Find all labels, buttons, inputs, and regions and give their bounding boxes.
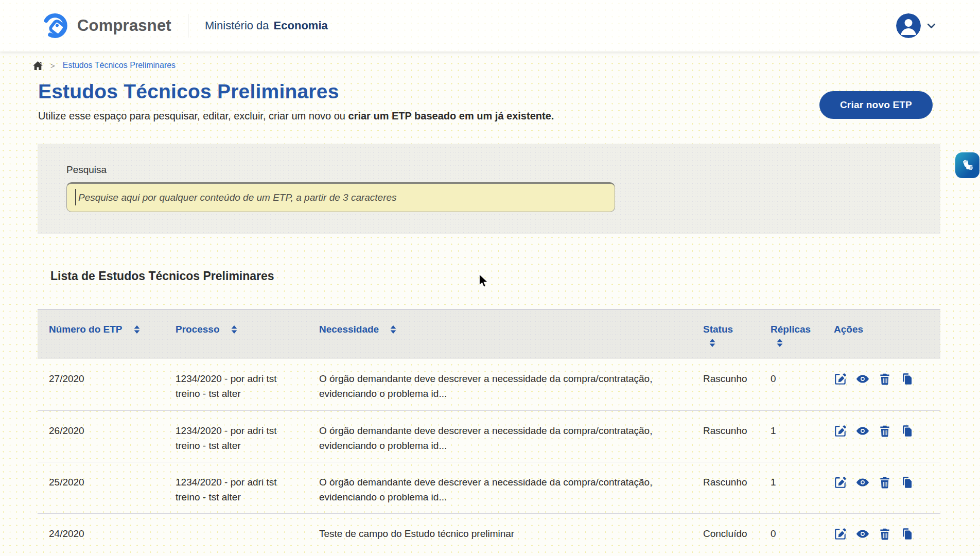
cell-status: Rascunho (703, 371, 771, 386)
ministry-title: Ministério da Economia (205, 19, 328, 32)
column-label: Necessidade (319, 324, 379, 335)
sort-icon[interactable] (777, 339, 783, 347)
row-actions (834, 476, 929, 489)
view-icon[interactable] (856, 476, 869, 489)
breadcrumb-separator: > (50, 61, 55, 70)
cell-etp: 26/2020 (49, 423, 176, 438)
ministry-bold: Economia (274, 19, 328, 32)
copy-icon[interactable] (900, 476, 914, 489)
sort-icon[interactable] (390, 325, 396, 334)
cell-necessidade: O órgão demandante deve descrever a nece… (319, 423, 703, 453)
page-subtitle: Utilize esse espaço para pesquisar, edit… (38, 110, 940, 122)
list-heading: Lista de Estudos Técnicos Preliminares (50, 269, 980, 283)
view-icon[interactable] (856, 527, 869, 541)
delete-icon[interactable] (878, 424, 891, 438)
column-header-acoes: Ações (834, 324, 929, 335)
column-header-necessidade[interactable]: Necessidade (319, 324, 703, 335)
cell-replicas: 1 (771, 423, 834, 438)
table-row: 26/2020 1234/2020 - por adri tst treino … (38, 410, 940, 462)
header-divider (188, 14, 188, 38)
sort-icon[interactable] (231, 325, 237, 334)
page-head: Estudos Técnicos Preliminares Utilize es… (38, 80, 940, 122)
row-actions (834, 527, 929, 541)
subtitle-bold: criar um ETP baseado em um já existente (348, 110, 551, 121)
copy-icon[interactable] (900, 372, 914, 386)
subtitle-normal: Utilize esse espaço para pesquisar, edit… (38, 110, 348, 121)
sort-icon[interactable] (134, 325, 140, 334)
app-header: Comprasnet Ministério da Economia (0, 0, 980, 51)
cell-necessidade: O órgão demandante deve descrever a nece… (319, 475, 703, 505)
search-input-wrap (66, 182, 615, 212)
create-etp-button[interactable]: Criar novo ETP (819, 91, 933, 119)
table-row: 24/2020 Teste de campo do Estudo técnico… (38, 513, 940, 556)
cell-necessidade: O órgão demandante deve descrever a nece… (319, 371, 703, 401)
table-header-row: Número do ETP Processo Necessidade Statu… (38, 309, 940, 359)
cell-etp: 27/2020 (49, 371, 176, 386)
view-icon[interactable] (856, 424, 869, 438)
cell-processo: 1234/2020 - por adri tst treino - tst al… (176, 475, 319, 505)
cell-processo: 1234/2020 - por adri tst treino - tst al… (176, 423, 319, 453)
column-header-numero[interactable]: Número do ETP (49, 324, 176, 335)
handtalk-libras-icon[interactable] (955, 152, 979, 178)
view-icon[interactable] (856, 372, 869, 386)
user-menu[interactable] (896, 13, 936, 38)
cell-replicas: 0 (771, 371, 834, 386)
comprasnet-logo-icon (41, 11, 70, 40)
delete-icon[interactable] (878, 527, 891, 541)
cell-status: Rascunho (703, 475, 771, 490)
etp-table: Número do ETP Processo Necessidade Statu… (38, 309, 940, 556)
column-header-replicas[interactable]: Réplicas (771, 324, 834, 347)
cell-necessidade: Teste de campo do Estudo técnico prelimi… (319, 526, 703, 541)
table-row: 25/2020 1234/2020 - por adri tst treino … (38, 462, 940, 513)
row-actions (834, 424, 929, 438)
copy-icon[interactable] (900, 527, 914, 541)
delete-icon[interactable] (878, 476, 891, 489)
breadcrumb: > Estudos Técnicos Preliminares (33, 61, 980, 70)
column-header-processo[interactable]: Processo (176, 324, 319, 335)
copy-icon[interactable] (900, 424, 914, 438)
edit-icon[interactable] (834, 372, 847, 386)
column-label: Número do ETP (49, 324, 122, 335)
page-title: Estudos Técnicos Preliminares (38, 80, 940, 103)
column-label: Réplicas (771, 324, 811, 335)
breadcrumb-current[interactable]: Estudos Técnicos Preliminares (63, 61, 176, 70)
column-label: Status (703, 324, 733, 335)
cell-processo: 1234/2020 - por adri tst treino - tst al… (176, 371, 319, 401)
column-header-status[interactable]: Status (703, 324, 771, 347)
cell-etp: 24/2020 (49, 526, 176, 541)
cell-status: Concluído (703, 526, 771, 541)
subtitle-end: . (551, 110, 554, 121)
user-avatar-icon[interactable] (896, 13, 921, 38)
text-caret (75, 189, 76, 205)
sort-icon[interactable] (709, 339, 715, 347)
chevron-down-icon[interactable] (927, 23, 936, 29)
table-row: 27/2020 1234/2020 - por adri tst treino … (38, 359, 940, 410)
delete-icon[interactable] (878, 372, 891, 386)
cell-etp: 25/2020 (49, 475, 176, 490)
home-icon[interactable] (33, 61, 43, 70)
edit-icon[interactable] (834, 527, 847, 541)
cell-replicas: 1 (771, 475, 834, 490)
comprasnet-logo[interactable]: Comprasnet (41, 11, 171, 40)
search-panel: Pesquisa (38, 144, 940, 234)
search-input[interactable] (66, 182, 615, 212)
ministry-prefix: Ministério da (205, 19, 269, 32)
row-actions (834, 372, 929, 386)
brand-name: Comprasnet (77, 16, 171, 35)
cell-status: Rascunho (703, 423, 771, 438)
cell-replicas: 0 (771, 526, 834, 541)
search-label: Pesquisa (66, 164, 940, 176)
column-label: Processo (176, 324, 220, 335)
column-label: Ações (834, 324, 863, 335)
edit-icon[interactable] (834, 476, 847, 489)
edit-icon[interactable] (834, 424, 847, 438)
